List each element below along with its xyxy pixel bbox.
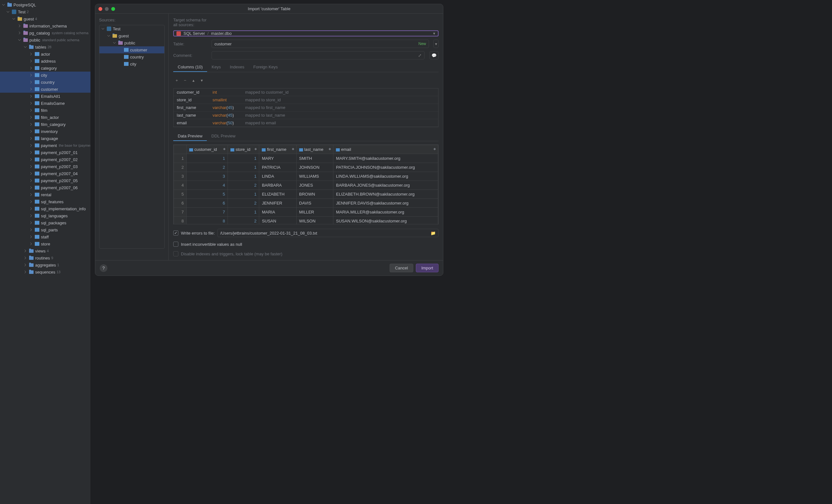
- src-table-customer[interactable]: customer: [99, 46, 164, 53]
- tree-table-address[interactable]: address: [0, 57, 90, 64]
- tree-label: inventory: [41, 129, 58, 134]
- sources-tree[interactable]: Test guest public custome: [99, 25, 164, 249]
- sort-icon[interactable]: ◆: [254, 147, 257, 151]
- tree-table-payment_p2007_04[interactable]: payment_p2007_04: [0, 170, 90, 177]
- import-button[interactable]: Import: [416, 264, 439, 272]
- cancel-button[interactable]: Cancel: [390, 264, 413, 272]
- insert-null-checkbox[interactable]: [173, 242, 178, 247]
- tree-table-EmailsGame[interactable]: EmailsGame: [0, 100, 90, 107]
- tab-data-preview[interactable]: Data Preview: [173, 132, 207, 141]
- tree-table-film[interactable]: film: [0, 107, 90, 114]
- tree-table-country[interactable]: country: [0, 79, 90, 86]
- sort-icon[interactable]: ◆: [223, 147, 226, 151]
- comment-input[interactable]: ⤢: [212, 51, 424, 59]
- write-errors-checkbox[interactable]: [173, 231, 178, 236]
- tree-table-customer[interactable]: customer: [0, 86, 90, 93]
- tree-folder-aggregates[interactable]: aggregates 1: [0, 261, 90, 268]
- add-column-button[interactable]: +: [173, 77, 180, 84]
- tree-table-sql_features[interactable]: sql_features: [0, 198, 90, 205]
- table-dropdown-button[interactable]: ▾: [434, 39, 439, 48]
- insert-null-label: Insert inconvertible values as null: [181, 242, 242, 247]
- tree-table-language[interactable]: language: [0, 135, 90, 142]
- tree-table-sql_packages[interactable]: sql_packages: [0, 219, 90, 226]
- tree-table-film_category[interactable]: film_category: [0, 121, 90, 128]
- tab-foreign-keys[interactable]: Foreign Keys: [249, 63, 282, 72]
- tab-keys[interactable]: Keys: [207, 63, 225, 72]
- table-row[interactable]: 2 2 1 PATRICIA JOHNSON PATRICIA.JOHNSON@…: [174, 163, 438, 172]
- tree-table-actor[interactable]: actor: [0, 51, 90, 57]
- tree-table-payment[interactable]: paymentthe base for (payment_*): [0, 142, 90, 149]
- remove-column-button[interactable]: −: [182, 77, 188, 84]
- tree-table-city[interactable]: city: [0, 72, 90, 79]
- column-mapping-row[interactable]: store_id smallint mapped to store_id: [174, 96, 438, 104]
- table-row[interactable]: 7 7 1 MARIA MILLER MARIA.MILLER@sakilacu…: [174, 208, 438, 217]
- tree-table-rental[interactable]: rental: [0, 191, 90, 198]
- tree-table-staff[interactable]: staff: [0, 233, 90, 240]
- tree-table-sql_languages[interactable]: sql_languages: [0, 212, 90, 219]
- database-tree[interactable]: PostgreSQL Test 2 guest 4 information_sc…: [0, 0, 90, 504]
- move-down-button[interactable]: ▾: [198, 77, 205, 84]
- tree-table-payment_p2007_01[interactable]: payment_p2007_01: [0, 149, 90, 156]
- tree-folder-sequences[interactable]: sequences 13: [0, 268, 90, 275]
- table-row[interactable]: 5 5 1 ELIZABETH BROWN ELIZABETH.BROWN@sa…: [174, 190, 438, 199]
- src-table-country[interactable]: country: [99, 53, 164, 60]
- tree-table-EmailsAll1[interactable]: EmailsAll1: [0, 93, 90, 100]
- column-header-customer_id[interactable]: customer_id◆: [187, 145, 228, 154]
- tree-node-guest[interactable]: guest 4: [0, 15, 90, 22]
- maximize-window-button[interactable]: [111, 7, 115, 11]
- browse-folder-icon[interactable]: 📁: [431, 231, 436, 236]
- table-row[interactable]: 6 6 2 JENNIFER DAVIS JENNIFER.DAVIS@saki…: [174, 199, 438, 208]
- column-header-first_name[interactable]: first_name◆: [259, 145, 296, 154]
- sort-icon[interactable]: ◆: [329, 147, 331, 151]
- tree-folder-views[interactable]: views 4: [0, 247, 90, 255]
- column-mapping-row[interactable]: last_name varchar(45) mapped to last_nam…: [174, 111, 438, 119]
- sort-icon[interactable]: ◆: [434, 147, 436, 151]
- src-node-public[interactable]: public: [99, 39, 164, 46]
- tree-schema-public[interactable]: public standard public schema: [0, 36, 90, 44]
- column-header-store_id[interactable]: store_id◆: [228, 145, 259, 154]
- help-button[interactable]: ?: [100, 264, 107, 272]
- tree-root-postgresql[interactable]: PostgreSQL: [0, 1, 90, 8]
- tree-schema-information_schema[interactable]: information_schema: [0, 22, 90, 29]
- tree-node-tables[interactable]: tables 28: [0, 44, 90, 51]
- minimize-window-button[interactable]: [105, 7, 109, 11]
- sort-icon[interactable]: ◆: [292, 147, 294, 151]
- table-row[interactable]: 1 1 1 MARY SMITH MARY.SMITH@sakilacustom…: [174, 154, 438, 163]
- table-row[interactable]: 3 3 1 LINDA WILLIAMS LINDA.WILLIAMS@saki…: [174, 172, 438, 181]
- tree-table-category[interactable]: category: [0, 64, 90, 72]
- move-up-button[interactable]: ▴: [190, 77, 197, 84]
- tree-table-sql_implementation_info[interactable]: sql_implementation_info: [0, 205, 90, 212]
- tab-columns[interactable]: Columns (10): [173, 63, 207, 72]
- tree-table-film_actor[interactable]: film_actor: [0, 114, 90, 121]
- column-mapping-row[interactable]: customer_id int mapped to customer_id: [174, 88, 438, 96]
- comment-button[interactable]: 💬: [430, 51, 439, 59]
- src-node-test[interactable]: Test: [99, 25, 164, 32]
- column-mapping-list[interactable]: customer_id int mapped to customer_id st…: [173, 88, 439, 127]
- tree-node-test[interactable]: Test 2: [0, 8, 90, 15]
- column-mapping-row[interactable]: email varchar(50) mapped to email: [174, 119, 438, 127]
- tab-ddl-preview[interactable]: DDL Preview: [207, 132, 240, 141]
- tree-table-payment_p2007_03[interactable]: payment_p2007_03: [0, 163, 90, 170]
- tree-folder-routines[interactable]: routines 9: [0, 255, 90, 261]
- tree-table-payment_p2007_05[interactable]: payment_p2007_05: [0, 177, 90, 184]
- column-mapping-row[interactable]: first_name varchar(45) mapped to first_n…: [174, 104, 438, 111]
- column-header-last_name[interactable]: last_name◆: [296, 145, 333, 154]
- tree-table-payment_p2007_06[interactable]: payment_p2007_06: [0, 184, 90, 191]
- table-row[interactable]: 8 8 2 SUSAN WILSON SUSAN.WILSON@sakilacu…: [174, 217, 438, 225]
- src-table-city[interactable]: city: [99, 60, 164, 68]
- table-name-input[interactable]: [214, 42, 416, 46]
- table-row[interactable]: 4 4 2 BARBARA JONES BARBARA.JONES@sakila…: [174, 181, 438, 190]
- tree-table-sql_parts[interactable]: sql_parts: [0, 226, 90, 233]
- data-preview-table[interactable]: customer_id◆store_id◆first_name◆last_nam…: [174, 145, 438, 224]
- tree-table-inventory[interactable]: inventory: [0, 128, 90, 135]
- tree-table-store[interactable]: store: [0, 240, 90, 247]
- expand-icon[interactable]: ⤢: [418, 53, 422, 58]
- tab-indexes[interactable]: Indexes: [225, 63, 249, 72]
- close-window-button[interactable]: [99, 7, 102, 11]
- src-node-guest[interactable]: guest: [99, 32, 164, 39]
- target-schema-select[interactable]: SQL Server / master.dbo ▾: [173, 30, 439, 36]
- tree-schema-pg_catalog[interactable]: pg_catalog system catalog schema: [0, 29, 90, 36]
- tree-table-payment_p2007_02[interactable]: payment_p2007_02: [0, 156, 90, 163]
- column-header-email[interactable]: email◆: [333, 145, 438, 154]
- error-file-path-input[interactable]: /Users/jetbrains/customer_2022-01-31_21_…: [217, 229, 439, 237]
